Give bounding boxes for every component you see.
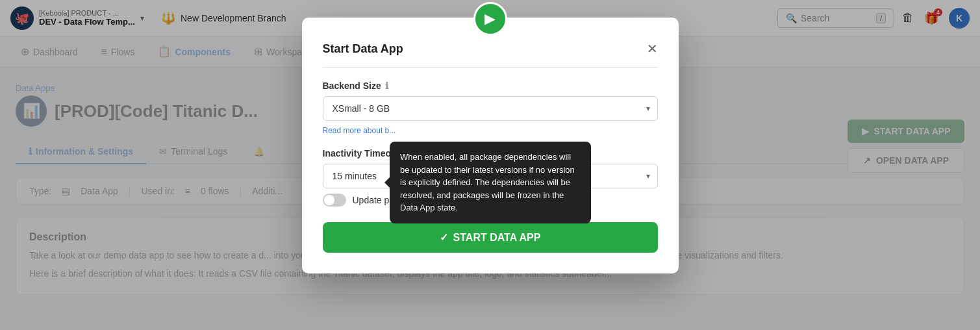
start-data-app-modal-button[interactable]: ✓ START DATA APP [323,222,658,253]
backend-size-info-icon[interactable]: ℹ [385,81,388,91]
tooltip: When enabled, all package dependencies w… [390,142,591,223]
modal-play-icon: ▶ [473,2,507,36]
start-modal-label: START DATA APP [453,232,541,244]
modal-title: Start Data App [323,42,403,56]
start-modal-icon: ✓ [440,231,448,244]
backend-size-select[interactable]: XSmall - 8 GB Small - 16 GB Medium - 32 … [323,96,658,121]
modal-overlay: ▶ Start Data App ✕ Backend Size ℹ XSmall… [0,0,980,327]
update-packages-toggle[interactable] [323,194,346,207]
backend-size-label: Backend Size ℹ [323,81,658,91]
modal-header: Start Data App ✕ [323,41,658,68]
tooltip-text: When enabled, all package dependencies w… [400,152,575,212]
read-more-link[interactable]: Read more about b... [323,126,658,135]
modal-close-button[interactable]: ✕ [647,41,658,57]
toggle-knob [324,195,334,205]
backend-size-select-wrapper: XSmall - 8 GB Small - 16 GB Medium - 32 … [323,96,658,121]
